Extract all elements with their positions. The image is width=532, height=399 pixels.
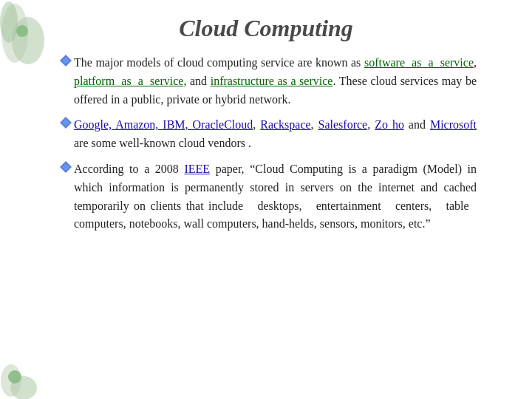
content-area: The major models of cloud computing serv… bbox=[15, 54, 517, 233]
bullet-block-1: The major models of cloud computing serv… bbox=[59, 54, 477, 109]
bullet-text-3: According to a 2008 IEEE paper, “Cloud C… bbox=[74, 160, 477, 233]
link-software-as-service[interactable]: software as a service bbox=[364, 56, 474, 69]
link-ieee[interactable]: IEEE bbox=[184, 163, 210, 175]
page-title: Cloud Computing bbox=[15, 7, 517, 42]
svg-point-2 bbox=[0, 1, 18, 43]
link-infrastructure-as-service[interactable]: infrastructure as a service bbox=[211, 75, 333, 87]
bullet-block-2: Google, Amazon, IBM, OracleCloud, Racksp… bbox=[59, 116, 477, 153]
link-salesforce[interactable]: Salesforce bbox=[318, 118, 368, 131]
bullet-icon-2 bbox=[59, 116, 72, 129]
link-rackspace[interactable]: Rackspace bbox=[260, 118, 310, 131]
bullet-icon-3 bbox=[59, 160, 72, 174]
svg-point-3 bbox=[16, 25, 28, 37]
bullet-icon-1 bbox=[59, 54, 72, 67]
link-zoho[interactable]: Zo ho bbox=[375, 118, 404, 131]
top-left-decoration bbox=[0, 0, 55, 66]
bullet-text-1: The major models of cloud computing serv… bbox=[74, 54, 477, 109]
link-platform-as-service[interactable]: platform as a service bbox=[74, 75, 183, 87]
bullet-block-3: According to a 2008 IEEE paper, “Cloud C… bbox=[59, 160, 477, 233]
svg-point-6 bbox=[8, 370, 21, 383]
link-vendors-list[interactable]: Google, Amazon, IBM, OracleCloud bbox=[74, 118, 253, 131]
bottom-left-decoration bbox=[0, 351, 48, 399]
page-container: Cloud Computing The major models of clou… bbox=[0, 0, 532, 399]
link-microsoft[interactable]: Microsoft bbox=[430, 118, 477, 131]
bullet-text-2: Google, Amazon, IBM, OracleCloud, Racksp… bbox=[74, 116, 477, 153]
